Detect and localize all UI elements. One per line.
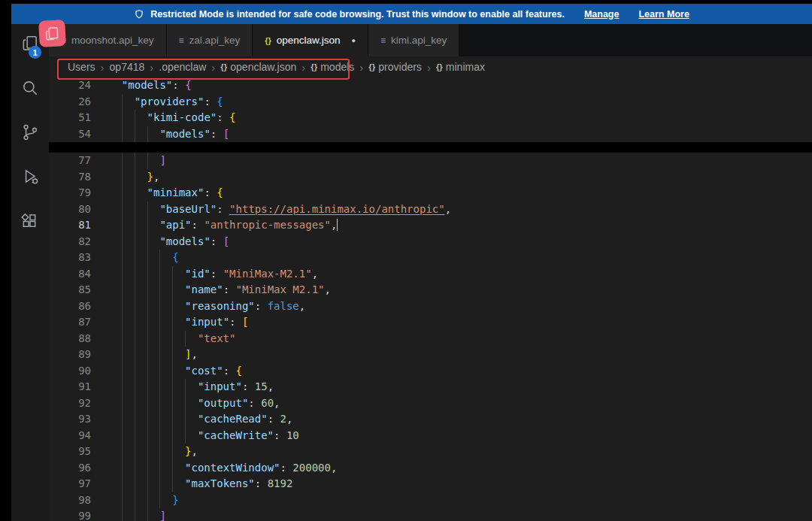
indent-guide (109, 282, 122, 298)
learn-more-link[interactable]: Learn More (638, 9, 689, 20)
code-line-87[interactable]: 87"input": [ (49, 314, 812, 331)
line-content: "output": 60, (109, 395, 280, 412)
indent-guide (135, 153, 147, 169)
token: { (217, 186, 223, 198)
tab-label: moonshot.api_key (71, 35, 154, 46)
extensions-icon[interactable] (20, 211, 41, 232)
tab-label: zai.api_key (189, 35, 241, 46)
breadcrumb-item-providers[interactable]: {}providers (368, 61, 422, 73)
indent-guide (172, 428, 185, 444)
indent-guide (109, 379, 122, 395)
line-content: "api": "anthropic-messages", (109, 217, 338, 234)
indent-guide (185, 379, 198, 395)
indent-guide (147, 201, 160, 218)
search-icon[interactable] (20, 77, 41, 98)
code-line-84[interactable]: 84"id": "MiniMax-M2.1", (49, 266, 812, 283)
token: , (268, 380, 274, 392)
breadcrumb-item-.openclaw[interactable]: .openclaw (159, 61, 206, 73)
run-debug-icon[interactable] (20, 166, 41, 187)
indent-guide (109, 395, 122, 412)
code-line-88[interactable]: 88"text" (49, 331, 812, 347)
indent-guide (147, 460, 160, 477)
source-control-icon[interactable] (20, 122, 41, 143)
code-line-97[interactable]: 97"maxTokens": 8192 (49, 476, 812, 492)
token: : (255, 300, 268, 312)
tab-openclaw.json[interactable]: {}openclaw.json● (253, 24, 368, 56)
indent-guide (147, 395, 160, 412)
code-line-54[interactable]: 54"models": [ (49, 126, 812, 143)
manage-link[interactable]: Manage (584, 9, 620, 20)
code-line-78[interactable]: 78}, (49, 169, 812, 186)
editor[interactable]: 24"models": {26"providers": {51"kimi-cod… (49, 77, 812, 521)
text-cursor (337, 219, 338, 231)
breadcrumb-item-minimax[interactable]: {}minimax (436, 61, 485, 73)
code-area[interactable]: 77]78},79"minimax": {80"baseUrl": "https… (49, 153, 812, 521)
token: : (211, 268, 223, 280)
breadcrumb-item-Users[interactable]: Users (68, 61, 95, 73)
breadcrumb-item-models[interactable]: {}models (311, 61, 354, 73)
code-line-77[interactable]: 77] (49, 153, 812, 169)
indent-guide (122, 363, 135, 380)
line-content: "minimax": { (109, 185, 223, 201)
indent-guide (109, 508, 122, 521)
code-line-91[interactable]: 91"input": 15, (49, 379, 812, 395)
indent-guide (159, 428, 172, 444)
code-line-98[interactable]: 98} (49, 492, 812, 509)
tab-kimi.api_key[interactable]: ≡kimi.api_key (368, 24, 459, 56)
indent-guide (122, 298, 135, 315)
token: ] (185, 348, 191, 360)
code-line-86[interactable]: 86"reasoning": false, (49, 298, 812, 315)
line-content: "reasoning": false, (109, 298, 305, 315)
token: } (147, 171, 153, 183)
token: , (445, 203, 451, 215)
line-number: 90 (49, 363, 98, 380)
token: , (192, 445, 198, 457)
token: : (229, 316, 242, 328)
indent-guide (172, 411, 185, 428)
token: "input" (198, 380, 242, 392)
tab-moonshot.api_key[interactable]: ≡moonshot.api_key (49, 24, 167, 56)
token: false (268, 300, 299, 312)
code-line-82[interactable]: 82"models": [ (49, 234, 812, 250)
token: "api" (159, 219, 191, 231)
modified-dot-icon[interactable]: ● (352, 37, 356, 44)
code-line-90[interactable]: 90"cost": { (49, 363, 812, 380)
indent-guide (147, 411, 160, 428)
indent-guide (122, 282, 135, 298)
indent-guide (147, 428, 160, 444)
tab-zai.api_key[interactable]: ≡zai.api_key (167, 24, 253, 56)
token: "input" (185, 316, 229, 328)
token: "cost" (185, 365, 223, 377)
code-line-96[interactable]: 96"contextWindow": 200000, (49, 460, 812, 477)
code-line-93[interactable]: 93"cacheRead": 2, (49, 411, 812, 428)
token: : (280, 462, 293, 474)
line-number: 97 (49, 476, 98, 492)
code-line-79[interactable]: 79"minimax": { (49, 185, 812, 201)
code-line-80[interactable]: 80"baseUrl": "https://api.minimax.io/ant… (49, 201, 812, 218)
line-content: "input": 15, (109, 379, 274, 395)
line-content: "id": "MiniMax-M2.1", (109, 266, 318, 283)
indent-guide (135, 444, 147, 460)
code-line-83[interactable]: 83{ (49, 250, 812, 266)
line-content: "cost": { (109, 363, 242, 380)
code-line-99[interactable]: 99] (49, 508, 812, 521)
editor-group: ≡moonshot.api_key≡zai.api_key{}openclaw.… (49, 24, 812, 521)
code-line-92[interactable]: 92"output": 60, (49, 395, 812, 412)
indent-guide (122, 201, 135, 218)
code-line-94[interactable]: 94"cacheWrite": 10 (49, 428, 812, 444)
code-line-51[interactable]: 51"kimi-code": { (49, 110, 812, 126)
code-line-24[interactable]: 24"models": { (49, 77, 812, 94)
indent-guide (109, 444, 122, 460)
code-line-95[interactable]: 95}, (49, 444, 812, 460)
code-line-81[interactable]: 81"api": "anthropic-messages", (49, 217, 812, 234)
code-line-26[interactable]: 26"providers": { (49, 94, 812, 111)
indent-guide (109, 347, 122, 363)
code-line-89[interactable]: 89], (49, 347, 812, 363)
indent-guide (109, 110, 122, 126)
line-number: 94 (49, 428, 98, 444)
breadcrumb-label: openclaw.json (230, 61, 296, 73)
breadcrumb-item-openclaw.json[interactable]: {}openclaw.json (220, 61, 296, 73)
breadcrumb-item-op7418[interactable]: op7418 (110, 61, 145, 73)
code-line-85[interactable]: 85"name": "MiniMax M2.1", (49, 282, 812, 298)
token: { (229, 111, 235, 123)
